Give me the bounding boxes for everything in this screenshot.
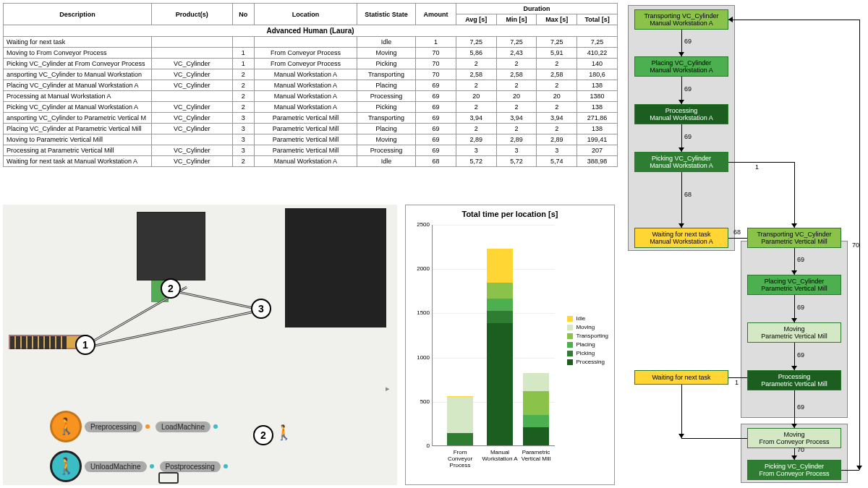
path-marker-1: 1 bbox=[75, 335, 95, 355]
cell-amt: 70 bbox=[416, 69, 456, 80]
flow-node[interactable]: Placing VC_CylinderParametric Vertical M… bbox=[747, 275, 841, 295]
pill-loadmachine[interactable]: LoadMachine bbox=[156, 421, 210, 432]
cell-min: 2 bbox=[496, 124, 537, 134]
flow-edge-label: 69 bbox=[797, 256, 804, 263]
process-flowchart[interactable]: Transporting VC_CylinderManual Workstati… bbox=[625, 3, 865, 484]
cell-loc bbox=[254, 37, 357, 48]
chart-legend: IdleMovingTransportingPlacingPickingProc… bbox=[567, 315, 608, 367]
cell-no: 3 bbox=[232, 134, 254, 145]
table-row[interactable]: ansporting VC_Cylinder to Manual Worksta… bbox=[4, 69, 618, 80]
cell-desc: Processing at Manual Workstation A bbox=[4, 91, 152, 102]
cell-no: 3 bbox=[232, 145, 254, 156]
legend-item: Placing bbox=[567, 341, 608, 348]
cell-state: Placing bbox=[357, 80, 415, 91]
chart-title: Total time per location [s] bbox=[410, 210, 610, 218]
table-row[interactable]: Processing at Parametric Vertical MillVC… bbox=[4, 145, 618, 156]
cell-prod bbox=[151, 91, 232, 102]
table-row[interactable]: Picking VC_Cylinder at From Conveyor Pro… bbox=[4, 59, 618, 69]
path-marker-3: 3 bbox=[251, 299, 271, 319]
cell-min: 2 bbox=[496, 59, 537, 69]
play-icon[interactable]: ▸ bbox=[386, 384, 390, 393]
cell-prod: VC_Cylinder bbox=[151, 102, 232, 113]
flow-node[interactable]: ProcessingParametric Vertical Mill bbox=[747, 370, 841, 390]
cell-avg: 2 bbox=[456, 80, 496, 91]
cell-no: 1 bbox=[232, 59, 254, 69]
pill-postprocessing[interactable]: Postprocessing bbox=[160, 461, 221, 472]
total-time-chart: Total time per location [s] 050010001500… bbox=[405, 205, 615, 485]
cell-loc: Parametric Vertical Mill bbox=[254, 124, 357, 134]
legend-item: Processing bbox=[567, 359, 608, 365]
table-row[interactable]: Placing VC_Cylinder at Parametric Vertic… bbox=[4, 124, 618, 134]
cell-max: 2 bbox=[537, 59, 577, 69]
cell-state: Idle bbox=[357, 156, 415, 167]
path-marker-2: 2 bbox=[161, 278, 181, 299]
flow-node[interactable]: MovingParametric Vertical Mill bbox=[747, 322, 841, 343]
cell-max: 3,94 bbox=[537, 113, 577, 124]
flow-node[interactable]: MovingFrom Conveyor Process bbox=[747, 428, 841, 448]
flow-node[interactable]: Transporting VC_CylinderManual Workstati… bbox=[634, 9, 728, 30]
cell-loc: Manual Workstation A bbox=[254, 91, 357, 102]
cell-no: 3 bbox=[232, 124, 254, 134]
cell-prod: VC_Cylinder bbox=[151, 69, 232, 80]
flow-edge-label: 69 bbox=[684, 133, 692, 140]
flow-node[interactable]: Picking VC_CylinderManual Workstation A bbox=[634, 152, 728, 172]
cell-avg: 3 bbox=[456, 145, 496, 156]
bar-column bbox=[523, 373, 549, 445]
flow-node[interactable]: Waiting for next task bbox=[634, 370, 728, 385]
table-row[interactable]: Waiting for next taskIdle17,257,257,257,… bbox=[4, 37, 618, 48]
cell-state: Processing bbox=[357, 145, 415, 156]
pill-preprocessing[interactable]: Preprocessing bbox=[85, 421, 142, 432]
cell-desc: Processing at Parametric Vertical Mill bbox=[4, 145, 152, 156]
cell-max: 20 bbox=[537, 91, 577, 102]
cell-min: 2,43 bbox=[496, 48, 537, 59]
flow-node[interactable]: Waiting for next taskManual Workstation … bbox=[634, 228, 728, 248]
cell-amt: 70 bbox=[416, 48, 456, 59]
cell-state: Transporting bbox=[357, 113, 415, 124]
table-row[interactable]: Moving to Parametric Vertical Mill3Param… bbox=[4, 134, 618, 145]
cell-total: 180,6 bbox=[577, 69, 618, 80]
task-pill-unloadmachine-group: 🚶 UnloadMachine Postprocessing bbox=[50, 450, 231, 482]
table-row[interactable]: Placing VC_Cylinder at Manual Workstatio… bbox=[4, 80, 618, 91]
y-tick: 0 bbox=[412, 442, 430, 449]
flow-node[interactable]: Placing VC_CylinderManual Workstation A bbox=[634, 56, 728, 77]
table-row[interactable]: ansporting VC_Cylinder to Parametric Ver… bbox=[4, 113, 618, 124]
cell-total: 199,41 bbox=[577, 134, 618, 145]
flow-edge-label: 70 bbox=[797, 446, 804, 453]
cell-min: 7,25 bbox=[496, 37, 537, 48]
cell-loc: From Conveyor Process bbox=[254, 48, 357, 59]
cell-avg: 5,72 bbox=[456, 156, 496, 167]
flow-node[interactable]: Picking VC_CylinderFrom Conveyor Process bbox=[747, 460, 841, 480]
cell-amt: 70 bbox=[416, 59, 456, 69]
table-row[interactable]: Waiting for next task at Manual Workstat… bbox=[4, 156, 618, 167]
y-tick: 1000 bbox=[412, 354, 430, 361]
cell-loc: Manual Workstation A bbox=[254, 69, 357, 80]
flow-node[interactable]: ProcessingManual Workstation A bbox=[634, 104, 728, 124]
flow-edge-label: 1 bbox=[735, 379, 739, 386]
simulation-3d-view[interactable]: 1 2 3 🚶 Preprocessing LoadMachine 🚶 Unlo… bbox=[3, 205, 397, 485]
cell-total: 138 bbox=[577, 80, 618, 91]
cell-amt: 69 bbox=[416, 145, 456, 156]
pill-unloadmachine[interactable]: UnloadMachine bbox=[85, 461, 147, 472]
cell-no: 2 bbox=[232, 69, 254, 80]
cell-prod: VC_Cylinder bbox=[151, 124, 232, 134]
table-row[interactable]: Moving to From Conveyor Process1From Con… bbox=[4, 48, 618, 59]
table-row[interactable]: Picking VC_Cylinder at Manual Workstatio… bbox=[4, 102, 618, 113]
y-tick: 500 bbox=[412, 398, 430, 405]
cell-state: Transporting bbox=[357, 69, 415, 80]
cell-prod bbox=[151, 134, 232, 145]
statistics-table[interactable]: Description Product(s) No Location Stati… bbox=[3, 3, 618, 167]
cell-loc: From Conveyor Process bbox=[254, 59, 357, 69]
x-label: Parametric Vertical Mill bbox=[518, 449, 554, 462]
cell-desc: Placing VC_Cylinder at Manual Workstatio… bbox=[4, 80, 152, 91]
cell-amt: 69 bbox=[416, 124, 456, 134]
cell-state: Picking bbox=[357, 59, 415, 69]
cell-min: 2 bbox=[496, 102, 537, 113]
task-pill-preprocessing-group: 🚶 Preprocessing LoadMachine bbox=[50, 411, 221, 442]
table-row[interactable]: Processing at Manual Workstation A2Manua… bbox=[4, 91, 618, 102]
flow-node[interactable]: Transporting VC_CylinderParametric Verti… bbox=[747, 228, 841, 248]
cell-total: 388,98 bbox=[577, 156, 618, 167]
cell-prod: VC_Cylinder bbox=[151, 113, 232, 124]
cell-desc: ansporting VC_Cylinder to Manual Worksta… bbox=[4, 69, 152, 80]
cell-avg: 3,94 bbox=[456, 113, 496, 124]
cell-prod bbox=[151, 48, 232, 59]
